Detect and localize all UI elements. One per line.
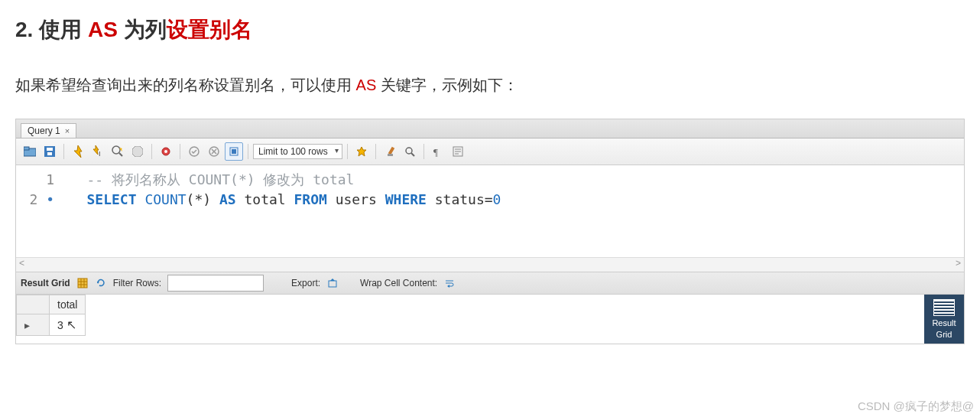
svg-marker-20 — [357, 147, 366, 156]
row-header-blank — [17, 295, 50, 314]
separator — [423, 144, 424, 159]
svg-point-13 — [164, 150, 167, 153]
svg-rect-30 — [78, 279, 87, 288]
svg-rect-19 — [232, 149, 236, 154]
limit-rows-select[interactable]: Limit to 100 rows — [253, 144, 342, 159]
code-area[interactable]: -- 将列名称从 COUNT(*) 修改为 total SELECT COUNT… — [62, 165, 501, 257]
horizontal-scrollbar[interactable] — [16, 257, 964, 272]
toolbar: I Limit to 100 rows ¶ — [16, 138, 964, 165]
svg-marker-6 — [93, 145, 99, 155]
stop-icon[interactable] — [128, 142, 147, 161]
sql-ide-window: Query 1 × I Limit to 100 rows ¶ 12 • -- … — [15, 119, 965, 344]
intro-post: 关键字，示例如下： — [376, 77, 518, 93]
execute-cursor-icon[interactable]: I — [89, 142, 107, 161]
refresh-icon[interactable] — [95, 277, 107, 289]
svg-point-8 — [112, 146, 120, 154]
side-label-1: Result — [932, 318, 956, 327]
row-marker[interactable]: ▸ — [17, 314, 50, 336]
separator — [151, 144, 152, 159]
intro-pre: 如果希望给查询出来的列名称设置别名，可以使用 — [15, 77, 356, 93]
heading-keyword: AS — [88, 18, 118, 41]
svg-rect-22 — [388, 154, 393, 156]
section-heading: 2. 使用 AS 为列设置别名 — [15, 15, 965, 44]
tab-label: Query 1 — [28, 125, 60, 136]
result-grid-side-tab[interactable]: Result Grid — [924, 295, 964, 344]
close-icon[interactable]: × — [65, 126, 70, 135]
search-icon[interactable] — [401, 142, 419, 161]
svg-marker-38 — [447, 285, 449, 288]
toggle-icon[interactable] — [225, 142, 243, 161]
svg-line-9 — [119, 153, 122, 156]
export-icon[interactable] — [326, 277, 339, 289]
favorite-icon[interactable] — [352, 142, 371, 161]
svg-text:¶: ¶ — [433, 146, 438, 157]
cell[interactable]: 3↖ — [50, 314, 86, 336]
svg-rect-3 — [47, 148, 53, 151]
separator — [248, 144, 248, 159]
heading-pre: 2. 使用 — [15, 18, 88, 41]
line-number: 1 — [16, 170, 54, 190]
wrap-icon[interactable] — [443, 277, 456, 289]
column-header[interactable]: total — [50, 295, 86, 314]
export-label: Export: — [291, 278, 320, 288]
svg-marker-5 — [74, 145, 82, 158]
svg-rect-21 — [388, 147, 394, 155]
wrap-label: Wrap Cell Content: — [360, 278, 437, 288]
commit-icon[interactable] — [157, 142, 175, 161]
explain-icon[interactable] — [109, 142, 127, 161]
svg-rect-1 — [24, 147, 29, 150]
result-area: total▸3↖ Result Grid — [16, 295, 964, 344]
code-line[interactable]: SELECT COUNT(*) AS total FROM users WHER… — [62, 190, 501, 210]
svg-rect-4 — [47, 152, 52, 155]
intro-keyword: AS — [356, 77, 377, 93]
filter-label: Filter Rows: — [113, 278, 161, 288]
separator — [375, 144, 376, 159]
autocommit-icon[interactable] — [185, 142, 203, 161]
heading-mid: 为列 — [118, 18, 167, 41]
table-row[interactable]: ▸3↖ — [17, 314, 86, 336]
query-tab[interactable]: Query 1 × — [21, 123, 76, 138]
snippets-icon[interactable] — [449, 142, 467, 161]
side-label-2: Grid — [936, 330, 952, 339]
execute-icon[interactable] — [69, 142, 87, 161]
result-grid-label: Result Grid — [21, 278, 70, 288]
svg-rect-36 — [329, 281, 336, 287]
tab-bar: Query 1 × — [16, 119, 964, 138]
svg-text:I: I — [99, 150, 101, 158]
code-line[interactable]: -- 将列名称从 COUNT(*) 修改为 total — [62, 170, 501, 190]
open-folder-icon[interactable] — [21, 142, 39, 161]
separator — [63, 144, 64, 159]
result-toolbar: Result Grid Filter Rows: Export: Wrap Ce… — [16, 272, 964, 295]
separator — [347, 144, 348, 159]
result-grid[interactable]: total▸3↖ — [16, 295, 86, 336]
filter-input[interactable] — [167, 275, 264, 292]
svg-marker-11 — [132, 146, 143, 157]
grid-view-icon[interactable] — [76, 277, 89, 289]
save-icon[interactable] — [41, 142, 59, 161]
cursor-icon: ↖ — [63, 318, 76, 331]
line-gutter: 12 • — [16, 165, 62, 257]
grid-icon — [933, 299, 955, 316]
rollback-icon[interactable] — [205, 142, 223, 161]
intro-text: 如果希望给查询出来的列名称设置别名，可以使用 AS 关键字，示例如下： — [15, 75, 965, 96]
line-number: 2 • — [16, 190, 54, 210]
separator — [180, 144, 180, 159]
svg-line-24 — [411, 153, 414, 156]
beautify-icon[interactable] — [381, 142, 399, 161]
heading-red2: 设置别名 — [167, 18, 252, 41]
svg-marker-37 — [330, 279, 335, 281]
paragraph-icon[interactable]: ¶ — [429, 142, 447, 161]
sql-editor[interactable]: 12 • -- 将列名称从 COUNT(*) 修改为 total SELECT … — [16, 165, 964, 257]
svg-point-23 — [406, 148, 412, 154]
